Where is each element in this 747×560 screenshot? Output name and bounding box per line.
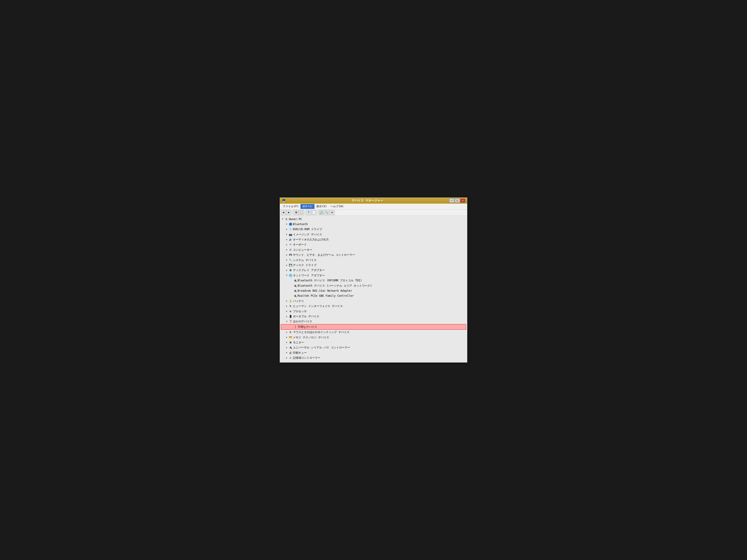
minimize-button[interactable]: ─ [449,198,454,203]
tree-item-other[interactable]: ▼ ❓ ほかのデバイス [281,319,466,324]
tree-item-audio[interactable]: ▶ 🔊 オーディオの入力および出力 [281,237,466,242]
sound-label: サウンド、ビデオ、およびゲーム コントローラー [293,252,355,257]
properties2-button[interactable]: ⚙ [330,210,335,215]
audio-label: オーディオの入力および出力 [293,237,329,242]
storage-label: 記憶域コントローラー [293,355,320,360]
dvd-label: DVD/CD-ROM ドライブ [293,227,322,232]
properties-button[interactable]: 📄 [311,210,316,215]
forward-button[interactable]: ▶ [286,210,291,215]
computer-icon: 🖥 [289,248,292,251]
network-label: ネットワーク アダプター [293,273,325,278]
dvd-expand-icon: ▶ [285,228,288,231]
bluetooth-label: Bluetooth [293,222,308,226]
tree-item-system[interactable]: ▶ 🔧 システム デバイス [281,258,466,263]
other-expand-icon: ▼ [285,320,288,323]
tree-item-display[interactable]: ▶ 🖥 ディスプレイ アダプター [281,268,466,273]
menu-help[interactable]: ヘルプ(H) [329,204,345,209]
processor-expand-icon: ▶ [285,310,288,313]
close-button[interactable]: × [460,198,465,203]
tree-item-computer[interactable]: ▶ 🖥 コンピューター [281,247,466,252]
portable-label: ポータブル デバイス [293,314,319,319]
tree-item-hid[interactable]: ▶ 🖱 ヒューマン インターフェイス デバイス [281,303,466,309]
menu-action[interactable]: 操作(A) [301,204,315,209]
tree-item-mouse[interactable]: ▶ 🖱 マウスとそのほかのポインティング デバイス [281,330,466,335]
other-icon: ❓ [289,320,292,323]
memory-icon: 💳 [289,336,292,339]
disk-expand-icon: ▶ [285,264,288,267]
system-expand-icon: ▶ [285,259,288,262]
tree-item-sound[interactable]: ▶ 🎮 サウンド、ビデオ、およびゲーム コントローラー [281,252,466,257]
bt-pan-expand [290,284,293,287]
imaging-icon: 📷 [289,233,292,236]
content-area: ▼ 🖥 Owner-PC ▶ 🔵 Bluetooth ▶ 💿 DVD/CD-RO… [280,216,467,362]
toolbar: ◀ ▶ 🖥 📋 ? 📄 🔄 🔍 ⚙ [280,210,467,216]
root-computer-icon: 🖥 [284,217,288,221]
disk-label: ディスク ドライブ [293,263,316,267]
memory-label: メモリ テクノロジ デバイス [293,335,329,340]
realtek-expand [290,295,293,297]
dvd-icon: 💿 [289,228,292,231]
tree-item-portable[interactable]: ▶ 📱 ポータブル デバイス [281,314,466,319]
broadcom-icon: 🔌 [293,289,297,293]
tree-item-disk[interactable]: ▶ 💾 ディスク ドライブ [281,263,466,268]
menu-view[interactable]: 表示(V) [314,204,329,209]
restore-button[interactable]: □ [455,198,460,203]
bt-rfcomm-icon: 🔌 [293,278,297,282]
tree-root[interactable]: ▼ 🖥 Owner-PC [281,217,466,222]
help-button[interactable]: ? [306,210,311,215]
tree-item-network[interactable]: ▼ 🌐 ネットワーク アダプター [281,273,466,278]
hid-label: ヒューマン インターフェイス デバイス [293,304,343,309]
tree-item-usb[interactable]: ▶ 🔌 ユニバーサル シリアル バス コントローラー [281,345,466,350]
tree-item-printer[interactable]: ▶ 🖨 印刷キュー [281,350,466,355]
monitor-expand-icon: ▶ [285,341,288,344]
tree-item-realtek[interactable]: 🔌 Realtek PCIe GBE Family Controller [281,293,466,298]
tree-item-broadcom[interactable]: 🔌 Broadcom 802.11ac Network Adapter [281,288,466,293]
tree-item-imaging[interactable]: ▶ 📷 イメージング デバイス [281,232,466,237]
memory-expand-icon: ▶ [285,336,288,339]
tree-item-bluetooth[interactable]: ▶ 🔵 Bluetooth [281,222,466,227]
tree-item-battery[interactable]: ▶ 🔋 バッテリ [281,298,466,303]
portable-expand-icon: ▶ [285,315,288,318]
device-manager-window: 🖥️ デバイス マネージャー ─ □ × ファイル(F) 操作(A) 表示(V)… [280,197,467,363]
toolbar-sep-3 [317,210,318,215]
title-controls: ─ □ × [449,198,465,203]
bt-rfcomm-expand [290,279,293,282]
update-button[interactable]: 🔄 [318,210,324,215]
title-bar: 🖥️ デバイス マネージャー ─ □ × [280,198,467,204]
usb-icon: 🔌 [289,346,292,349]
tree-item-monitor[interactable]: ▶ 🖥 モニター [281,340,466,345]
tree-item-keyboard[interactable]: ▶ ⌨ キーボード [281,242,466,247]
tree-item-unknown[interactable]: ❗ 不明なデバイス [281,324,466,330]
computer-view-button[interactable]: 🖥 [293,210,299,215]
bt-pan-label: Bluetooth デバイス (パーソナル エリア ネットワーク) [298,284,372,288]
menu-bar: ファイル(F) 操作(A) 表示(V) ヘルプ(H) [280,204,467,210]
mouse-label: マウスとそのほかのポインティング デバイス [293,330,350,335]
tree-item-memory[interactable]: ▶ 💳 メモリ テクノロジ デバイス [281,335,466,340]
tree-item-bt-rfcomm[interactable]: 🔌 Bluetooth デバイス (RFCOMM プロトコル TDI) [281,278,466,283]
scan-button[interactable]: 🔍 [324,210,329,215]
back-button[interactable]: ◀ [281,210,286,215]
audio-expand-icon: ▶ [285,238,288,241]
tree-item-processor[interactable]: ▶ ⚙ プロセッサ [281,309,466,314]
monitor-label: モニター [293,340,304,345]
imaging-label: イメージング デバイス [293,232,322,237]
tree-item-storage[interactable]: ▶ ◇ 記憶域コントローラー [281,355,466,360]
device-view-button[interactable]: 📋 [299,210,304,215]
tree-item-dvd[interactable]: ▶ 💿 DVD/CD-ROM ドライブ [281,227,466,232]
tree-item-bt-pan[interactable]: 🔌 Bluetooth デバイス (パーソナル エリア ネットワーク) [281,283,466,288]
root-expand-icon: ▼ [281,218,284,220]
realtek-icon: 🔌 [293,294,297,298]
printer-expand-icon: ▶ [285,351,288,354]
window-icon: 🖥️ [282,199,286,203]
portable-icon: 📱 [289,315,292,318]
bt-pan-icon: 🔌 [293,284,297,288]
processor-icon: ⚙ [289,310,292,313]
mouse-icon: 🖱 [289,330,292,334]
menu-file[interactable]: ファイル(F) [281,204,301,209]
usb-expand-icon: ▶ [285,346,288,349]
battery-expand-icon: ▶ [285,300,288,302]
sound-expand-icon: ▶ [285,254,288,256]
broadcom-expand [290,289,293,292]
sound-icon: 🎮 [289,253,292,257]
storage-expand-icon: ▶ [285,356,288,359]
